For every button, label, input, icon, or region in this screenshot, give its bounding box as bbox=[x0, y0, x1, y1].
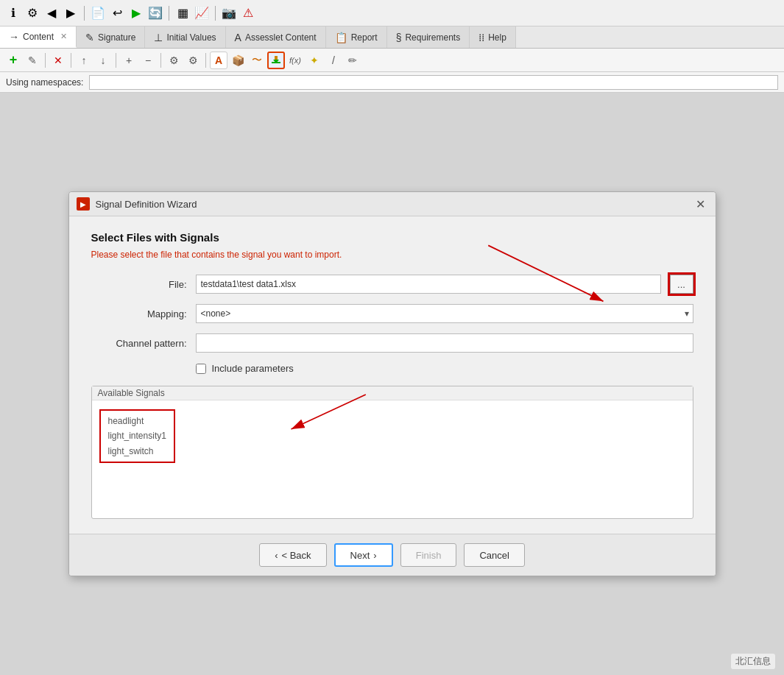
assesslet-icon: A bbox=[235, 32, 241, 43]
report-icon: 📋 bbox=[335, 32, 347, 43]
cancel-label: Cancel bbox=[479, 550, 509, 561]
namespace-input[interactable] bbox=[89, 75, 778, 90]
finish-button[interactable]: Finish bbox=[400, 543, 457, 567]
signal-definition-wizard-dialog: ▶ Signal Definition Wizard ✕ Select File… bbox=[68, 191, 716, 576]
back-label: < Back bbox=[282, 550, 311, 561]
tab-assesslet-content[interactable]: A Assesslet Content bbox=[226, 26, 326, 48]
pen-btn1[interactable]: / bbox=[325, 52, 342, 69]
channel-pattern-row: Channel pattern: bbox=[91, 333, 693, 353]
undo-icon[interactable]: ↩ bbox=[108, 4, 126, 22]
camera-icon[interactable]: 📷 bbox=[220, 4, 238, 22]
top-toolbar: ℹ ⚙ ◀ ▶ 📄 ↩ ▶ 🔄 ▦ 📈 📷 ⚠ bbox=[0, 0, 784, 26]
content-tab-close[interactable]: ✕ bbox=[60, 32, 67, 41]
signal-light-intensity1[interactable]: light_intensity1 bbox=[108, 428, 166, 443]
next-button[interactable]: Next › bbox=[334, 543, 393, 567]
up-btn[interactable]: ↑ bbox=[75, 52, 93, 69]
tb2-sep2 bbox=[71, 53, 71, 68]
signal-headlight[interactable]: headlight bbox=[108, 414, 166, 428]
assess-btn[interactable]: A bbox=[210, 52, 227, 69]
next-label: Next bbox=[350, 550, 370, 561]
content-tab-label: Content bbox=[23, 32, 54, 42]
next-chevron-icon: › bbox=[373, 550, 376, 561]
mapping-select[interactable]: <none> Option1 Option2 bbox=[196, 304, 693, 323]
cancel-button[interactable]: Cancel bbox=[464, 543, 524, 567]
back-chevron-icon: ‹ bbox=[275, 550, 278, 561]
initial-values-label: Initial Values bbox=[166, 32, 216, 43]
func-btn[interactable]: f(x) bbox=[286, 52, 304, 69]
gear-btn2[interactable]: ⚙ bbox=[184, 52, 202, 69]
file-row: File: ... bbox=[91, 275, 693, 294]
delete-btn[interactable]: ✕ bbox=[49, 52, 67, 69]
dialog-title-text: Signal Definition Wizard bbox=[96, 199, 688, 210]
finish-label: Finish bbox=[416, 550, 442, 561]
box-btn[interactable]: 📦 bbox=[229, 52, 247, 69]
include-params-checkbox[interactable] bbox=[196, 364, 206, 374]
assesslet-label: Assesslet Content bbox=[245, 32, 317, 43]
include-params-row: Include parameters bbox=[91, 363, 693, 374]
signature-tab-label: Signature bbox=[98, 32, 135, 43]
edit-btn[interactable]: ✎ bbox=[24, 52, 41, 69]
sep3 bbox=[215, 6, 216, 21]
signal-light-switch[interactable]: light_switch bbox=[108, 444, 166, 459]
watermark: 北汇信息 bbox=[731, 654, 775, 669]
doc-icon[interactable]: 📄 bbox=[89, 4, 107, 22]
star-btn[interactable]: ✦ bbox=[306, 52, 323, 69]
gear-btn1[interactable]: ⚙ bbox=[165, 52, 183, 69]
file-browse-button[interactable]: ... bbox=[670, 275, 693, 294]
namespace-bar: Using namespaces: bbox=[0, 72, 784, 93]
down-btn[interactable]: ↓ bbox=[94, 52, 112, 69]
run-icon[interactable]: ▶ bbox=[127, 4, 145, 22]
back-button[interactable]: ‹ < Back bbox=[259, 543, 326, 567]
file-input[interactable] bbox=[196, 275, 661, 294]
signature-tab-icon: ✎ bbox=[85, 32, 94, 43]
requirements-icon: § bbox=[396, 32, 402, 43]
tab-content[interactable]: → Content ✕ bbox=[0, 26, 77, 48]
dialog-heading: Select Files with Signals bbox=[91, 231, 693, 244]
wave-btn[interactable]: 〜 bbox=[248, 52, 266, 69]
mapping-select-wrapper: <none> Option1 Option2 ▾ bbox=[196, 304, 693, 323]
requirements-label: Requirements bbox=[405, 32, 460, 43]
dialog-title-icon: ▶ bbox=[77, 197, 90, 211]
download-btn[interactable] bbox=[267, 52, 285, 69]
dialog-footer: ‹ < Back Next › Finish Cancel bbox=[69, 534, 716, 576]
file-label: File: bbox=[91, 279, 187, 290]
forward-icon[interactable]: ▶ bbox=[62, 4, 80, 22]
available-signals-section: Available Signals headlight light_intens… bbox=[91, 386, 693, 519]
sep1 bbox=[84, 6, 85, 21]
plus-btn[interactable]: + bbox=[120, 52, 138, 69]
warning-icon[interactable]: ⚠ bbox=[239, 4, 257, 22]
include-params-label: Include parameters bbox=[212, 363, 294, 374]
available-signals-legend: Available Signals bbox=[92, 386, 693, 400]
sep2 bbox=[169, 6, 169, 21]
content-tab-icon: → bbox=[9, 31, 19, 43]
back-icon[interactable]: ◀ bbox=[43, 4, 60, 22]
report-label: Report bbox=[351, 32, 378, 43]
initial-values-icon: ⊥ bbox=[154, 32, 163, 43]
chart-icon[interactable]: 📈 bbox=[193, 4, 211, 22]
tab-signature[interactable]: ✎ Signature bbox=[77, 26, 145, 48]
help-label: Help bbox=[488, 32, 506, 43]
tab-help[interactable]: ⁞⁞ Help bbox=[470, 26, 516, 48]
info-icon[interactable]: ℹ bbox=[4, 4, 22, 22]
tab-initial-values[interactable]: ⊥ Initial Values bbox=[145, 26, 225, 48]
tb2-sep5 bbox=[205, 53, 206, 68]
signals-list: headlight light_intensity1 light_switch bbox=[92, 400, 693, 518]
refresh-icon[interactable]: 🔄 bbox=[146, 4, 164, 22]
dialog-titlebar: ▶ Signal Definition Wizard ✕ bbox=[69, 192, 716, 216]
tab-requirements[interactable]: § Requirements bbox=[387, 26, 470, 48]
pen-btn2[interactable]: ✏ bbox=[344, 52, 361, 69]
tab-bar: → Content ✕ ✎ Signature ⊥ Initial Values… bbox=[0, 26, 784, 49]
tab-report[interactable]: 📋 Report bbox=[326, 26, 387, 48]
help-icon: ⁞⁞ bbox=[478, 32, 484, 43]
add-btn[interactable]: + bbox=[4, 52, 22, 69]
dialog-close-button[interactable]: ✕ bbox=[693, 197, 708, 211]
tb2-sep3 bbox=[116, 53, 116, 68]
dialog-subtext: Please select the file that contains the… bbox=[91, 250, 693, 260]
second-toolbar: + ✎ ✕ ↑ ↓ + − ⚙ ⚙ A 📦 〜 f(x) ✦ / ✏ bbox=[0, 49, 784, 72]
settings-icon[interactable]: ⚙ bbox=[24, 4, 41, 22]
grid-icon[interactable]: ▦ bbox=[174, 4, 191, 22]
svg-rect-2 bbox=[275, 56, 278, 60]
channel-pattern-input[interactable] bbox=[196, 333, 693, 353]
minus-btn[interactable]: − bbox=[139, 52, 157, 69]
main-area: ▶ Signal Definition Wizard ✕ Select File… bbox=[0, 93, 784, 675]
